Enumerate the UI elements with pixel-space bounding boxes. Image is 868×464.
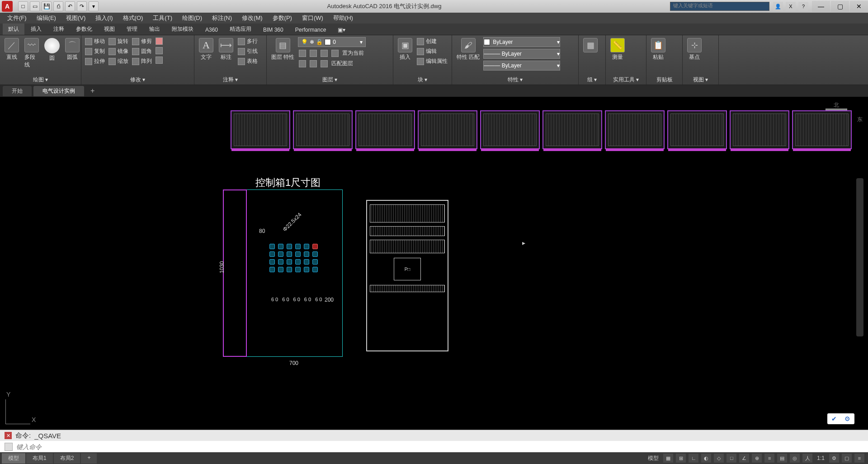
ribbon-tab-featured[interactable]: 精选应用 [224, 24, 257, 35]
menu-window[interactable]: 窗口(W) [297, 13, 328, 23]
dimension-200[interactable]: 200 [325, 297, 334, 303]
status-grid-button[interactable]: ▦ [663, 454, 673, 463]
edit-block-button[interactable]: 编辑 [416, 47, 448, 56]
qat-open-button[interactable]: ▭ [30, 1, 40, 11]
navigation-bar[interactable] [856, 178, 863, 336]
qat-save-button[interactable]: 💾 [42, 1, 52, 11]
group-button[interactable]: ▦ [581, 37, 599, 53]
linetype-dropdown[interactable]: ——— ByLayer▾ [483, 61, 560, 71]
layer-properties-button[interactable]: ▤图层 特性 [269, 37, 296, 62]
stretch-button[interactable]: 拉伸 [84, 57, 106, 66]
menu-dimension[interactable]: 标注(N) [208, 13, 236, 23]
thumbnail[interactable] [231, 110, 290, 149]
thumbnail[interactable] [542, 110, 602, 149]
ribbon-tab-home[interactable]: 默认 [3, 24, 24, 35]
array-button[interactable]: 阵列 [131, 57, 153, 66]
in-canvas-controls[interactable]: ✔ ⚙ [827, 413, 854, 424]
thumbnail[interactable] [293, 110, 353, 149]
status-snap-button[interactable]: ⊞ [676, 454, 686, 463]
thumbnail[interactable] [792, 110, 852, 149]
cabinet-selection[interactable] [223, 189, 247, 357]
menu-modify[interactable]: 修改(M) [237, 13, 267, 23]
status-otrack-button[interactable]: ∠ [739, 454, 749, 463]
color-dropdown[interactable]: ByLayer▾ [483, 37, 560, 47]
status-model-label[interactable]: 模型 [646, 455, 660, 462]
ribbon-tab-view[interactable]: 视图 [99, 24, 120, 35]
layer-iso-button[interactable] [298, 49, 307, 57]
fillet-button[interactable]: 圆角 [131, 47, 153, 56]
qat-redo-button[interactable]: ↷ [77, 1, 87, 11]
status-ann-button[interactable]: 人 [802, 454, 812, 463]
circle-button[interactable]: 圆 [42, 37, 61, 63]
layer-unlock-button[interactable] [320, 59, 329, 68]
panel-layers-label[interactable]: 图层 ▾ [269, 75, 390, 84]
exchange-button[interactable]: X [786, 2, 796, 11]
control-icon-1[interactable]: ✔ [831, 415, 837, 422]
status-osnap-button[interactable]: □ [726, 454, 736, 463]
menu-help[interactable]: 帮助(H) [329, 13, 358, 23]
qat-new-button[interactable]: □ [18, 1, 28, 11]
app-menu-button[interactable]: A [2, 1, 13, 12]
status-full-button[interactable]: ▢ [842, 454, 852, 463]
dimension-60row[interactable]: 60 60 60 60 60 [271, 297, 323, 302]
status-scale[interactable]: 1:1 [815, 455, 826, 461]
thumbnail[interactable] [355, 110, 415, 149]
panel-utilities-label[interactable]: 实用工具 ▾ [609, 75, 643, 84]
panel-modify-label[interactable]: 修改 ▾ [84, 75, 191, 84]
status-ortho-button[interactable]: ∟ [689, 454, 698, 463]
explode-button[interactable] [155, 47, 164, 55]
menu-insert[interactable]: 插入(I) [91, 13, 117, 23]
layer-thaw-button[interactable] [309, 59, 318, 68]
panel-draw-label[interactable]: 绘图 ▾ [3, 75, 78, 84]
ribbon-tab-output[interactable]: 输出 [144, 24, 165, 35]
panel-block-label[interactable]: 块 ▾ [396, 75, 449, 84]
mirror-button[interactable]: 镜像 [108, 47, 129, 56]
layer-freeze-button[interactable] [320, 49, 329, 57]
leader-button[interactable]: 引线 [237, 47, 259, 56]
panel-group-label[interactable]: 组 ▾ [581, 75, 603, 84]
insert-block-button[interactable]: ▣插入 [396, 37, 414, 62]
lineweight-dropdown[interactable]: ——— ByLayer▾ [483, 49, 560, 59]
qat-more-button[interactable]: ▾ [89, 1, 99, 11]
paste-button[interactable]: 📋粘贴 [649, 37, 667, 62]
layer-lock-button[interactable] [330, 49, 340, 57]
thumbnail[interactable] [605, 110, 665, 149]
status-dyn-button[interactable]: ⊕ [752, 454, 762, 463]
menu-edit[interactable]: 编辑(E) [32, 13, 61, 23]
menu-view[interactable]: 视图(V) [61, 13, 90, 23]
polyline-button[interactable]: 〰多段线 [23, 37, 41, 70]
command-prompt-icon[interactable] [5, 443, 13, 451]
scale-button[interactable]: 缩放 [108, 57, 129, 66]
status-trans-button[interactable]: ▤ [777, 454, 787, 463]
cabinet-internal-layout[interactable]: P□ [366, 200, 448, 351]
table-button[interactable]: 表格 [237, 57, 259, 66]
menu-draw[interactable]: 绘图(D) [178, 13, 207, 23]
drawing-canvas[interactable]: 北 南 西 东 控制箱1尺寸图 1030 700 200 60 60 60 60… [0, 97, 868, 430]
ribbon-tab-addins[interactable]: 附加模块 [166, 24, 199, 35]
layout-tab-layout2[interactable]: 布局2 [54, 453, 80, 464]
help-button[interactable]: ? [798, 2, 808, 11]
ribbon-tab-parametric[interactable]: 参数化 [71, 24, 98, 35]
layer-match-button[interactable]: 匹配图层 [330, 59, 354, 68]
create-block-button[interactable]: 创建 [416, 37, 448, 46]
command-close-button[interactable]: ✕ [5, 432, 12, 439]
ribbon-tab-insert[interactable]: 插入 [25, 24, 47, 35]
status-polar-button[interactable]: ◐ [701, 454, 711, 463]
panel-annotation-label[interactable]: 注释 ▾ [197, 75, 264, 84]
status-lwt-button[interactable]: ≡ [764, 454, 774, 463]
edit-attr-button[interactable]: 编辑属性 [416, 57, 448, 66]
ribbon-tab-bim360[interactable]: BIM 360 [258, 25, 289, 35]
command-input[interactable] [16, 443, 863, 450]
text-button[interactable]: A文字 [197, 37, 215, 62]
menu-tools[interactable]: 工具(T) [148, 13, 177, 23]
offset-button[interactable] [155, 56, 164, 64]
signin-button[interactable]: 👤 [773, 2, 783, 11]
panel-properties-label[interactable]: 特性 ▾ [455, 75, 576, 84]
minimize-button[interactable]: — [812, 1, 830, 12]
filetab-start[interactable]: 开始 [3, 86, 32, 96]
ribbon-tab-performance[interactable]: Performance [290, 25, 332, 35]
measure-button[interactable]: 📏测量 [609, 37, 627, 62]
move-button[interactable]: 移动 [84, 37, 106, 46]
infocenter-search[interactable]: 键入关键字或短语 [670, 2, 769, 11]
status-iso-button[interactable]: ◇ [714, 454, 724, 463]
